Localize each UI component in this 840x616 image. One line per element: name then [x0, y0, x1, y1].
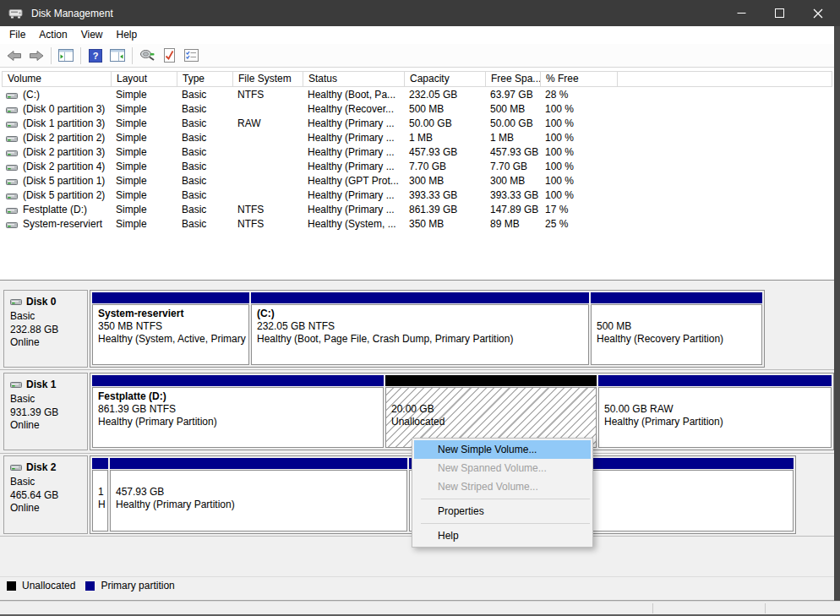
drive-icon — [10, 380, 22, 389]
partition-0-0[interactable]: System-reserviert350 MB NTFSHealthy (Sys… — [92, 292, 249, 365]
cell-layout: Simple — [111, 102, 177, 117]
cell-volume: (Disk 0 partition 3) — [2, 102, 111, 117]
cell-pct: 17 % — [540, 203, 617, 217]
table-row[interactable]: (Disk 2 partition 2)SimpleBasicHealthy (… — [2, 131, 832, 145]
table-row[interactable]: (Disk 5 partition 1)SimpleBasicHealthy (… — [2, 174, 832, 188]
cell-layout: Simple — [111, 188, 177, 203]
cell-status: Healthy (Boot, Pa... — [303, 88, 404, 102]
cell-fs: RAW — [232, 117, 303, 131]
volume-name: (Disk 2 partition 4) — [23, 160, 105, 174]
drive-icon — [6, 134, 18, 143]
column-header-layout[interactable]: Layout — [112, 72, 177, 86]
menu-item-help[interactable]: Help — [110, 26, 145, 44]
cell-pct: 100 % — [540, 102, 617, 117]
drive-icon — [6, 163, 18, 172]
minimize-button[interactable] — [723, 0, 761, 26]
partition-status-line: Healthy (Primary Partition) — [98, 416, 381, 428]
disk-label-disk-2[interactable]: Disk 2Basic465.64 GBOnline — [3, 455, 88, 534]
drive-icon — [6, 120, 18, 128]
show-action-pane-icon[interactable] — [106, 46, 128, 66]
disk-status: Online — [10, 502, 87, 515]
partition-title — [597, 308, 760, 320]
partition-0-2[interactable]: 500 MBHealthy (Recovery Partition) — [591, 292, 762, 365]
partition-color-bar — [251, 292, 589, 303]
volume-name: (Disk 1 partition 3) — [23, 117, 105, 131]
column-header-status[interactable]: Status — [303, 72, 405, 86]
column-header-file-system[interactable]: File System — [233, 72, 303, 86]
cell-type: Basic — [177, 102, 232, 117]
volume-name: Festplatte (D:) — [23, 203, 87, 217]
partition-2-1[interactable]: 457.93 GBHealthy (Primary Partition) — [110, 458, 407, 532]
close-button[interactable] — [799, 0, 837, 26]
column-header-volume[interactable]: Volume — [3, 72, 112, 86]
disk-size: 465.64 GB — [10, 489, 87, 503]
disk-size: 232.88 GB — [10, 324, 87, 337]
cell-capacity: 457.93 GB — [404, 145, 485, 160]
partition-1-0[interactable]: Festplatte (D:)861.39 GB NTFSHealthy (Pr… — [92, 375, 384, 448]
table-row[interactable]: (Disk 5 partition 2)SimpleBasicHealthy (… — [2, 188, 832, 203]
disk-management-window: Disk Management FileActionViewHelp — [0, 0, 840, 616]
cell-fs — [232, 145, 303, 160]
maximize-button[interactable] — [761, 0, 799, 26]
cell-volume: (C:) — [2, 88, 111, 102]
column-header-free-spa[interactable]: Free Spa... — [486, 72, 541, 86]
disk-kind: Basic — [10, 310, 87, 324]
context-menu-item-help[interactable]: Help — [414, 526, 591, 545]
disk-scan-icon[interactable] — [136, 46, 158, 66]
table-row[interactable]: System-reserviertSimpleBasicNTFSHealthy … — [2, 217, 832, 232]
column-header-capacity[interactable]: Capacity — [405, 72, 486, 86]
partition-size-line: 457.93 GB — [116, 486, 405, 499]
disk-label-disk-0[interactable]: Disk 0Basic232.88 GBOnline — [3, 290, 88, 368]
cell-volume: (Disk 2 partition 4) — [2, 160, 111, 174]
cell-free: 147.89 GB — [485, 203, 540, 217]
cell-type: Basic — [177, 174, 232, 188]
cell-volume: (Disk 2 partition 2) — [2, 131, 111, 145]
statusbar-divider — [765, 603, 766, 613]
help-icon[interactable]: ? — [85, 46, 106, 66]
partition-size-line: 232.05 GB NTFS — [257, 320, 586, 333]
legend-swatch — [7, 581, 16, 591]
forward-icon[interactable] — [25, 46, 47, 66]
menu-item-view[interactable]: View — [74, 26, 110, 44]
volume-name: (Disk 5 partition 1) — [23, 174, 105, 188]
cell-type: Basic — [177, 188, 232, 203]
partition-body: 457.93 GBHealthy (Primary Partition) — [110, 470, 407, 532]
partition-status-line: Healthy (System, Active, Primary — [98, 333, 247, 346]
table-row[interactable]: (Disk 2 partition 4)SimpleBasicHealthy (… — [2, 160, 832, 174]
cell-pct: 100 % — [540, 188, 617, 203]
volume-name: (Disk 2 partition 3) — [23, 145, 105, 160]
menu-item-file[interactable]: File — [3, 26, 32, 44]
disk-kind: Basic — [10, 476, 87, 489]
cell-fs: NTFS — [232, 203, 303, 217]
cell-type: Basic — [177, 203, 232, 217]
cell-fs — [232, 174, 303, 188]
partition-strip-0: System-reserviert350 MB NTFSHealthy (Sys… — [90, 290, 765, 368]
back-icon[interactable] — [3, 46, 25, 66]
column-header-type[interactable]: Type — [177, 72, 233, 86]
show-console-tree-icon[interactable] — [55, 46, 77, 66]
table-row[interactable]: Festplatte (D:)SimpleBasicNTFSHealthy (P… — [2, 203, 832, 217]
partition-body: 50.00 GB RAWHealthy (Primary Partition) — [598, 387, 832, 448]
context-menu-item-properties[interactable]: Properties — [414, 502, 591, 521]
table-row[interactable]: (Disk 2 partition 3)SimpleBasicHealthy (… — [2, 145, 832, 160]
context-menu-item-new-simple-volume[interactable]: New Simple Volume... — [414, 440, 591, 459]
disk-label-disk-1[interactable]: Disk 1Basic931.39 GBOnline — [3, 373, 88, 450]
partition-color-bar — [591, 292, 762, 303]
background-window-edge — [834, 26, 840, 601]
column-header-free[interactable]: % Free — [541, 72, 618, 86]
table-row[interactable]: (Disk 0 partition 3)SimpleBasicHealthy (… — [2, 102, 832, 117]
table-row[interactable]: (Disk 1 partition 3)SimpleBasicRAWHealth… — [2, 117, 832, 131]
check-document-icon[interactable] — [158, 46, 180, 66]
partition-size-line: 350 MB NTFS — [98, 320, 247, 333]
table-row[interactable]: (C:)SimpleBasicNTFSHealthy (Boot, Pa...2… — [2, 88, 832, 102]
partition-1-2[interactable]: 50.00 GB RAWHealthy (Primary Partition) — [598, 375, 832, 448]
cell-status: Healthy (GPT Prot... — [303, 174, 404, 188]
cell-type: Basic — [177, 131, 232, 145]
checklist-icon[interactable] — [180, 46, 202, 66]
disk-name-text: Disk 0 — [26, 296, 56, 308]
toolbar-separator — [132, 47, 133, 64]
partition-0-1[interactable]: (C:)232.05 GB NTFSHealthy (Boot, Page Fi… — [251, 292, 589, 365]
menu-item-action[interactable]: Action — [32, 26, 74, 44]
cell-free: 63.97 GB — [485, 88, 540, 102]
partition-2-0[interactable]: 1H — [92, 458, 108, 532]
